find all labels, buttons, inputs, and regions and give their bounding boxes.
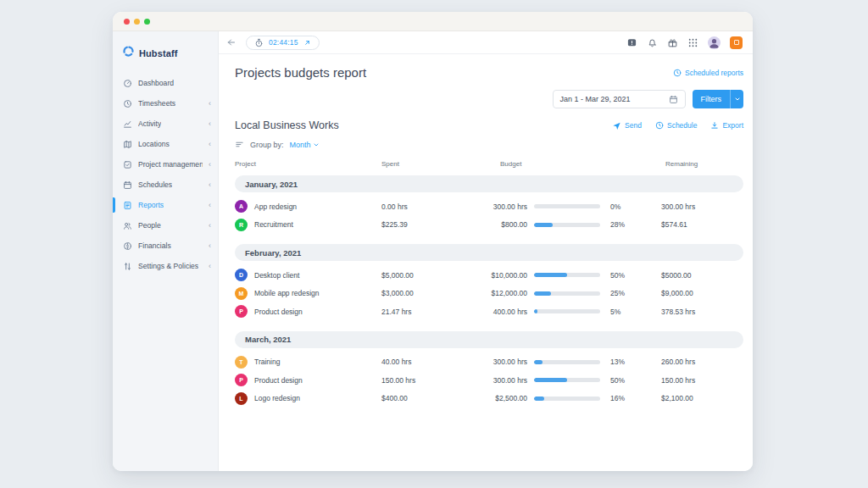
project-name[interactable]: Logo redesign — [254, 394, 300, 402]
budget-value: 300.00 hrs — [475, 202, 527, 211]
project-name[interactable]: Training — [254, 358, 280, 366]
budget-progress-bar — [527, 291, 602, 296]
chevron-left-icon[interactable]: ‹ — [209, 140, 211, 148]
date-range-picker[interactable]: Jan 1 - Mar 29, 2021 — [553, 90, 686, 108]
month-group-label: January, 2021 — [245, 180, 298, 189]
project-name[interactable]: Desktop client — [254, 271, 299, 280]
settings-policies-icon — [123, 262, 132, 271]
report-content: Projects budgets report Scheduled report… — [219, 54, 753, 471]
organization-badge[interactable] — [730, 36, 743, 49]
minimize-window-button[interactable] — [134, 19, 140, 25]
budget-progress-bar — [527, 360, 602, 364]
sidebar-item-label: People — [138, 221, 161, 230]
table-row[interactable]: AApp redesign0.00 hrs300.00 hrs0%300.00 … — [235, 197, 743, 216]
timesheets-icon — [123, 99, 132, 108]
budget-value: $10,000.00 — [475, 271, 527, 280]
project-cell: DDesktop client — [235, 269, 381, 281]
project-name[interactable]: Product design — [254, 308, 303, 316]
chevron-left-icon[interactable]: ‹ — [209, 160, 211, 169]
timer-widget[interactable]: 02:44:15 — [246, 36, 320, 50]
chevron-left-icon[interactable]: ‹ — [209, 262, 211, 270]
project-name[interactable]: Product design — [254, 376, 303, 385]
sidebar-item-label: Schedules — [138, 180, 172, 189]
month-group: March, 2021TTraining40.00 hrs300.00 hrs1… — [235, 331, 743, 408]
month-group-header: January, 2021 — [235, 175, 743, 192]
sidebar-item-people[interactable]: People‹ — [113, 215, 218, 236]
budget-percent: 0% — [602, 202, 661, 211]
project-name[interactable]: Recruitment — [254, 220, 293, 229]
window-titlebar — [113, 12, 753, 31]
schedule-button[interactable]: Schedule — [655, 121, 697, 130]
budget-value: $800.00 — [475, 220, 527, 229]
table-row[interactable]: TTraining40.00 hrs300.00 hrs13%260.00 hr… — [235, 353, 743, 372]
remaining-value: $9,000.00 — [661, 289, 743, 297]
apps-grid-icon[interactable] — [687, 37, 698, 48]
spent-value: $225.39 — [381, 220, 475, 229]
open-timer-icon[interactable] — [303, 39, 311, 47]
zoom-window-button[interactable] — [144, 19, 150, 25]
table-row[interactable]: DDesktop client$5,000.00$10,000.0050%$50… — [235, 266, 743, 285]
sidebar: Hubstaff DashboardTimesheets‹Activity‹Lo… — [113, 31, 219, 471]
back-arrow-button[interactable] — [224, 35, 239, 50]
remaining-value: $2,100.00 — [661, 394, 743, 402]
sidebar-item-financials[interactable]: Financials‹ — [113, 236, 218, 256]
project-avatar: A — [235, 200, 248, 213]
sidebar-item-label: Reports — [138, 201, 164, 209]
chevron-left-icon[interactable]: ‹ — [209, 241, 211, 250]
chevron-left-icon[interactable]: ‹ — [209, 99, 211, 108]
remaining-value: $574.61 — [661, 220, 743, 229]
sidebar-item-schedules[interactable]: Schedules‹ — [113, 175, 218, 195]
group-by-select[interactable]: Month — [290, 141, 320, 149]
sidebar-item-reports[interactable]: Reports‹ — [113, 195, 218, 215]
project-avatar: R — [235, 219, 248, 231]
feedback-icon[interactable] — [626, 37, 637, 48]
chevron-left-icon[interactable]: ‹ — [209, 180, 211, 189]
chevron-left-icon[interactable]: ‹ — [209, 221, 211, 230]
table-row[interactable]: PProduct design21.47 hrs400.00 hrs5%378.… — [235, 302, 743, 321]
table-row[interactable]: RRecruitment$225.39$800.0028%$574.61 — [235, 216, 743, 235]
reports-icon — [123, 201, 132, 210]
sidebar-item-label: Dashboard — [138, 79, 174, 87]
table-row[interactable]: MMobile app redesign$3,000.00$12,000.002… — [235, 285, 743, 303]
table-row[interactable]: PProduct design150.00 hrs300.00 hrs50%15… — [235, 371, 743, 390]
sidebar-item-locations[interactable]: Locations‹ — [113, 134, 218, 154]
brand[interactable]: Hubstaff — [113, 40, 218, 73]
group-lines-icon[interactable] — [235, 140, 244, 149]
sidebar-item-timesheets[interactable]: Timesheets‹ — [113, 93, 218, 114]
budget-percent: 50% — [602, 376, 661, 385]
sidebar-item-activity[interactable]: Activity‹ — [113, 114, 218, 134]
close-window-button[interactable] — [124, 19, 130, 25]
sidebar-item-label: Settings & Policies — [138, 262, 198, 270]
scheduled-reports-link[interactable]: Scheduled reports — [673, 69, 743, 77]
sidebar-item-settings-policies[interactable]: Settings & Policies‹ — [113, 256, 218, 276]
project-name[interactable]: Mobile app redesign — [254, 289, 320, 297]
send-button[interactable]: Send — [612, 121, 642, 130]
export-button[interactable]: Export — [710, 121, 743, 130]
filters-button[interactable]: Filters — [693, 90, 744, 108]
month-group-header: March, 2021 — [235, 331, 743, 348]
project-avatar: D — [235, 269, 248, 281]
chevron-left-icon[interactable]: ‹ — [209, 201, 211, 209]
chevron-left-icon[interactable]: ‹ — [209, 119, 211, 128]
notifications-bell-icon[interactable] — [647, 37, 658, 48]
col-project: Project — [235, 160, 381, 168]
sidebar-item-dashboard[interactable]: Dashboard — [113, 73, 218, 93]
table-row[interactable]: LLogo redesign$400.00$2,500.0016%$2,100.… — [235, 390, 743, 408]
user-avatar[interactable] — [708, 36, 721, 49]
topbar-icons — [626, 36, 743, 49]
col-remaining: Remaining — [665, 160, 743, 168]
project-cell: PProduct design — [235, 374, 381, 386]
sidebar-item-project-management[interactable]: Project management‹ — [113, 154, 218, 175]
project-cell: MMobile app redesign — [235, 287, 381, 300]
sidebar-nav: DashboardTimesheets‹Activity‹Locations‹P… — [113, 73, 218, 276]
timer-value: 02:44:15 — [269, 38, 298, 47]
export-label: Export — [722, 121, 743, 130]
locations-icon — [123, 140, 132, 149]
chevron-down-icon — [313, 141, 320, 148]
gift-icon[interactable] — [667, 37, 678, 48]
filters-dropdown-caret[interactable] — [730, 90, 743, 108]
project-name[interactable]: App redesign — [254, 202, 297, 211]
filters-label[interactable]: Filters — [693, 90, 731, 108]
remaining-value: $5000.00 — [661, 271, 743, 280]
project-management-icon — [123, 160, 132, 169]
